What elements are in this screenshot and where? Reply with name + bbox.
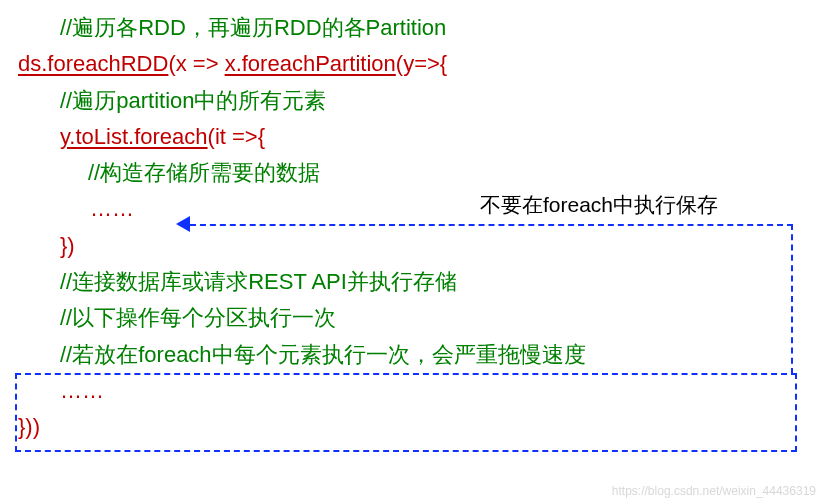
comment-text: //构造存储所需要的数据 xyxy=(88,160,320,185)
code-line-04: y.toList.foreach(it =>{ xyxy=(18,119,804,155)
comment-text: //若放在foreach中每个元素执行一次，会严重拖慢速度 xyxy=(60,342,586,367)
code-line-01: //遍历各RDD，再遍历RDD的各Partition xyxy=(18,10,804,46)
code-line-05: //构造存储所需要的数据 xyxy=(18,155,804,191)
code-line-02: ds.foreachRDD(x => x.foreachPartition(y=… xyxy=(18,46,804,82)
code-seg: (it =>{ xyxy=(208,124,265,149)
code-seg: })) xyxy=(18,414,40,439)
code-seg: y.toList.foreach xyxy=(60,124,208,149)
code-line-09: //以下操作每个分区执行一次 xyxy=(18,300,804,336)
code-seg: x.foreachPartition xyxy=(225,51,396,76)
comment-text: //遍历partition中的所有元素 xyxy=(60,88,327,113)
comment-text: //连接数据库或请求REST API并执行存储 xyxy=(60,269,457,294)
code-ellipsis: …… xyxy=(90,196,134,221)
code-line-12: })) xyxy=(18,409,804,445)
code-line-11: …… xyxy=(18,373,804,409)
comment-text: //遍历各RDD，再遍历RDD的各Partition xyxy=(18,15,446,40)
code-line-08: //连接数据库或请求REST API并执行存储 xyxy=(18,264,804,300)
code-line-06: …… xyxy=(18,191,804,227)
code-seg: (y=>{ xyxy=(396,51,447,76)
code-seg: ds.foreachRDD xyxy=(18,51,168,76)
code-ellipsis: …… xyxy=(60,378,104,403)
code-seg: }) xyxy=(60,233,75,258)
watermark-text: https://blog.csdn.net/weixin_44436319 xyxy=(612,482,816,502)
code-seg: (x => xyxy=(168,51,224,76)
comment-text: //以下操作每个分区执行一次 xyxy=(60,305,336,330)
code-line-03: //遍历partition中的所有元素 xyxy=(18,83,804,119)
code-line-10: //若放在foreach中每个元素执行一次，会严重拖慢速度 xyxy=(18,337,804,373)
code-line-07: }) xyxy=(18,228,804,264)
